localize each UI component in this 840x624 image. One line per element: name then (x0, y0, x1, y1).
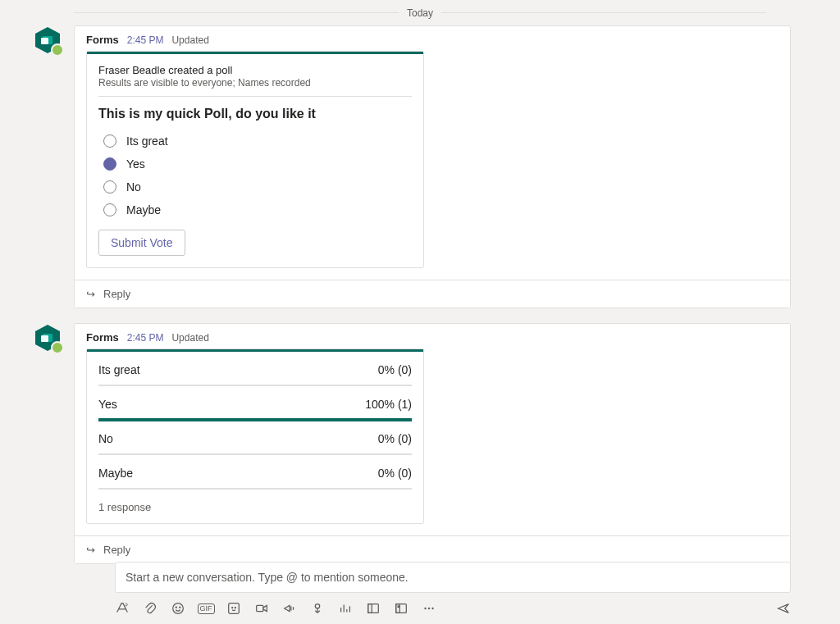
message-card: Forms 2:45 PM Updated Its great 0% (0) Y… (74, 323, 791, 564)
svg-rect-16 (396, 604, 407, 613)
radio-icon (103, 180, 116, 194)
poll-creator-line: Fraser Beadle created a poll (98, 64, 412, 76)
message-card: Forms 2:45 PM Updated Fraser Beadle crea… (74, 25, 791, 308)
poll-attachment: Fraser Beadle created a poll Results are… (86, 51, 424, 268)
praise-icon[interactable] (310, 601, 325, 616)
reply-button[interactable]: ↩ Reply (75, 280, 790, 307)
timestamp: 2:45 PM (127, 34, 164, 46)
message-header: Forms 2:45 PM Updated (75, 324, 790, 348)
result-bar (98, 488, 412, 490)
svg-rect-9 (229, 604, 240, 614)
emoji-icon[interactable] (171, 601, 185, 616)
poll-question: This is my quick Poll, do you like it (98, 107, 412, 121)
reply-label: Reply (103, 544, 130, 556)
presence-available-icon (51, 341, 64, 354)
poll-icon[interactable] (338, 601, 353, 616)
edit-status: Updated (171, 34, 208, 46)
sender-name: Forms (86, 331, 119, 344)
result-percent: 0% (0) (378, 363, 412, 376)
result-row: Maybe 0% (0) (98, 467, 412, 490)
poll-option[interactable]: Yes (103, 153, 412, 175)
svg-point-13 (315, 604, 319, 608)
result-label: No (98, 432, 113, 445)
more-icon[interactable] (422, 601, 436, 616)
svg-rect-2 (41, 38, 48, 44)
edit-status: Updated (171, 332, 208, 344)
result-bar (98, 385, 412, 386)
compose-input[interactable]: Start a new conversation. Type @ to ment… (115, 562, 791, 593)
radio-icon (103, 203, 116, 216)
avatar (33, 25, 62, 55)
presence-available-icon (51, 43, 64, 57)
attach-icon[interactable] (143, 601, 158, 616)
svg-rect-14 (368, 604, 379, 613)
stream-icon[interactable] (282, 601, 297, 616)
response-count: 1 response (98, 501, 412, 513)
send-icon[interactable] (776, 601, 791, 616)
app-icon[interactable] (394, 601, 409, 616)
sticker-icon[interactable] (226, 601, 241, 616)
poll-option[interactable]: No (103, 175, 412, 198)
svg-point-21 (431, 608, 433, 609)
svg-point-8 (180, 607, 180, 608)
result-percent: 0% (0) (378, 432, 412, 445)
svg-rect-18 (398, 605, 400, 608)
svg-point-10 (232, 608, 233, 608)
result-bar (98, 453, 412, 455)
result-percent: 0% (0) (378, 467, 412, 480)
svg-rect-12 (257, 605, 263, 611)
gif-icon[interactable]: GIF (199, 601, 213, 616)
svg-point-20 (428, 608, 430, 609)
poll-option-label: Its great (126, 134, 168, 148)
date-divider: Today (74, 7, 766, 19)
result-row: Its great 0% (0) (98, 363, 412, 386)
message-results: Forms 2:45 PM Updated Its great 0% (0) Y… (74, 323, 791, 564)
meet-now-icon[interactable] (254, 601, 269, 616)
poll-option[interactable]: Its great (103, 130, 412, 153)
format-icon[interactable] (115, 601, 130, 616)
result-row: No 0% (0) (98, 432, 412, 455)
submit-vote-button[interactable]: Submit Vote (98, 230, 185, 256)
news-icon[interactable] (366, 601, 381, 616)
avatar (33, 323, 62, 353)
svg-point-11 (235, 608, 235, 608)
result-label: Maybe (98, 467, 133, 480)
poll-option-label: Yes (126, 157, 145, 171)
svg-point-7 (176, 607, 176, 608)
result-label: Yes (98, 398, 117, 411)
reply-arrow-icon: ↩ (86, 288, 95, 300)
svg-rect-17 (396, 604, 400, 613)
reply-arrow-icon: ↩ (86, 544, 95, 556)
poll-option-label: No (126, 180, 141, 194)
date-divider-label: Today (407, 7, 433, 19)
compose-area: Start a new conversation. Type @ to ment… (115, 562, 791, 616)
radio-selected-icon (103, 157, 116, 171)
result-bar (98, 419, 412, 421)
poll-visibility-line: Results are visible to everyone; Names r… (98, 77, 412, 97)
compose-placeholder: Start a new conversation. Type @ to ment… (126, 571, 409, 584)
message-header: Forms 2:45 PM Updated (75, 26, 790, 51)
message-poll: Forms 2:45 PM Updated Fraser Beadle crea… (74, 25, 791, 308)
svg-point-19 (424, 608, 426, 609)
result-percent: 100% (1) (365, 398, 412, 411)
poll-option-label: Maybe (126, 203, 161, 216)
svg-rect-15 (368, 604, 372, 613)
poll-options: Its great Yes No Maybe (103, 130, 412, 221)
sender-name: Forms (86, 34, 119, 46)
result-row: Yes 100% (1) (98, 398, 412, 421)
compose-toolbar: GIF (115, 601, 791, 616)
timestamp: 2:45 PM (127, 332, 164, 344)
results-attachment: Its great 0% (0) Yes 100% (1) No 0% (0 (86, 348, 424, 524)
reply-label: Reply (103, 288, 130, 300)
svg-rect-5 (41, 335, 48, 342)
svg-point-6 (173, 604, 184, 614)
poll-option[interactable]: Maybe (103, 198, 412, 221)
reply-button[interactable]: ↩ Reply (75, 535, 790, 563)
result-label: Its great (98, 363, 140, 376)
radio-icon (103, 134, 116, 148)
